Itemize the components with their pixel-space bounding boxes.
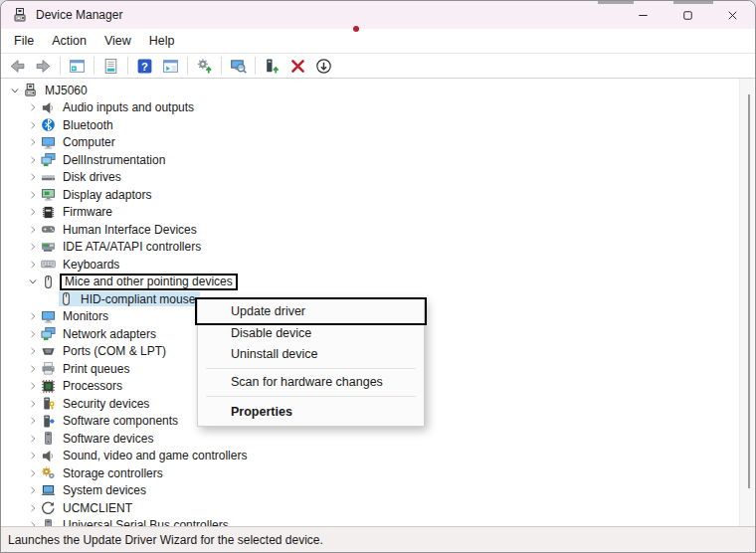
update-device-icon[interactable] — [260, 55, 284, 77]
tree-item-keyboards[interactable]: Keyboards — [2, 256, 740, 274]
menu-item-uninstall-device[interactable]: Uninstall device — [198, 344, 424, 365]
chevron-right-icon[interactable] — [25, 257, 41, 273]
device-manager-window: Device Manager File Action View Help ? — [0, 0, 756, 553]
help-icon[interactable]: ? — [132, 55, 157, 77]
tree-item-disk-drives[interactable]: Disk drives — [2, 169, 740, 187]
tree-item-label: Security devices — [61, 397, 151, 411]
menu-item-scan-hardware[interactable]: Scan for hardware changes — [198, 372, 424, 393]
tree-item-label: Human Interface Devices — [61, 223, 199, 237]
vertical-scrollbar[interactable] — [739, 79, 754, 526]
chevron-right-icon[interactable] — [25, 204, 41, 220]
chevron-right-icon[interactable] — [25, 169, 41, 185]
console-tree-icon[interactable] — [65, 55, 90, 77]
chevron-right-icon[interactable] — [25, 500, 41, 516]
background-window-remnant — [673, 1, 713, 4]
menu-file[interactable]: File — [5, 31, 43, 51]
tree-item-label: Bluetooth — [61, 118, 115, 132]
firmware-chip-icon — [41, 205, 56, 220]
scan-hardware-changes-icon[interactable] — [226, 55, 251, 77]
chevron-right-icon[interactable] — [25, 448, 41, 463]
tree-item-label: Software devices — [61, 432, 155, 446]
chevron-right-icon[interactable] — [25, 343, 41, 359]
tree-item-label: Monitors — [61, 309, 110, 323]
tree-item-system-devices[interactable]: System devices — [2, 482, 740, 500]
toolbar-separator — [60, 57, 61, 75]
tree-item-software-devices[interactable]: Software devices — [2, 430, 740, 448]
chevron-right-icon[interactable] — [25, 517, 41, 526]
chevron-right-icon[interactable] — [25, 117, 41, 133]
tree-item-display-adaptors[interactable]: Display adaptors — [2, 186, 740, 204]
tree-item-label: Software components — [61, 414, 180, 428]
chevron-right-icon[interactable] — [25, 361, 41, 377]
tree-item-label: Keyboards — [61, 258, 121, 272]
close-button[interactable] — [710, 1, 755, 29]
tree-item-label-annotated: Mice and other pointing devices — [60, 274, 238, 290]
chevron-right-icon[interactable] — [25, 308, 41, 324]
tree-item-mice[interactable]: Mice and other pointing devices — [2, 274, 740, 291]
monitor-icon — [41, 135, 56, 150]
tree-item-label: Firmware — [61, 205, 114, 219]
chevron-right-icon[interactable] — [25, 465, 41, 481]
chevron-down-icon[interactable] — [25, 274, 41, 289]
tree-item-usb-controllers[interactable]: Universal Serial Bus controllers — [2, 517, 740, 527]
dual-monitor-icon — [41, 326, 56, 341]
tree-item-ucmclient[interactable]: UCMCLIENT — [2, 499, 740, 517]
toolbar-separator — [187, 57, 188, 75]
uninstall-icon[interactable] — [285, 55, 310, 77]
tree-item-bluetooth[interactable]: Bluetooth — [2, 116, 740, 134]
action-pane-icon[interactable] — [158, 55, 183, 77]
chevron-right-icon[interactable] — [25, 187, 41, 203]
disable-icon[interactable] — [311, 55, 336, 77]
monitor-icon — [41, 309, 56, 324]
menu-separator — [206, 368, 416, 369]
minimize-button[interactable] — [621, 1, 665, 29]
menu-bar: File Action View Help — [1, 29, 755, 54]
context-menu: Update driver Disable device Uninstall d… — [197, 297, 425, 427]
back-icon[interactable] — [5, 55, 30, 77]
tree-item-firmware[interactable]: Firmware — [2, 204, 740, 222]
display-adapter-icon — [41, 187, 56, 202]
tree-item-dellinstrumentation[interactable]: DellInstrumentation — [2, 151, 740, 169]
properties-page-icon[interactable] — [98, 55, 123, 77]
computer-icon — [23, 83, 38, 97]
status-bar: Launches the Update Driver Wizard for th… — [1, 526, 755, 552]
chevron-right-icon[interactable] — [25, 134, 41, 150]
scrollbar-thumb[interactable] — [748, 94, 750, 488]
chevron-right-icon[interactable] — [25, 152, 41, 168]
menu-item-disable-device[interactable]: Disable device — [198, 323, 424, 344]
chevron-right-icon[interactable] — [25, 326, 41, 342]
forward-icon[interactable] — [31, 55, 56, 77]
chevron-right-icon[interactable] — [25, 413, 41, 429]
menu-item-update-driver[interactable]: Update driver — [198, 300, 424, 323]
chevron-right-icon[interactable] — [25, 99, 41, 115]
menu-view[interactable]: View — [95, 31, 140, 51]
tree-item-computer-root[interactable]: MJ5060 — [2, 82, 740, 99]
tree-item-label: Disk drives — [61, 170, 123, 184]
chevron-right-icon[interactable] — [25, 239, 41, 255]
menu-help[interactable]: Help — [140, 31, 184, 51]
ucm-client-icon — [41, 500, 56, 515]
chevron-right-icon[interactable] — [25, 431, 41, 447]
tree-item-computer[interactable]: Computer — [2, 134, 740, 152]
chevron-right-icon[interactable] — [25, 396, 41, 412]
bluetooth-icon — [41, 117, 56, 132]
status-text: Launches the Update Driver Wizard for th… — [8, 533, 323, 547]
tree-item-storage-controllers[interactable]: Storage controllers — [2, 464, 740, 482]
tree-item-ide-controllers[interactable]: IDE ATA/ATAPI controllers — [2, 239, 740, 257]
toolbar-separator — [127, 57, 128, 75]
chevron-down-icon[interactable] — [7, 83, 23, 98]
disk-drive-icon — [41, 170, 56, 185]
update-driver-software-icon[interactable] — [192, 55, 217, 77]
tree-item-human-interface-devices[interactable]: Human Interface Devices — [2, 221, 740, 239]
device-manager-app-icon — [12, 7, 28, 23]
chevron-right-icon[interactable] — [25, 482, 41, 498]
chevron-right-icon[interactable] — [25, 378, 41, 394]
maximize-button[interactable] — [665, 1, 710, 29]
tree-item-audio[interactable]: Audio inputs and outputs — [2, 99, 740, 117]
system-device-icon — [41, 483, 56, 498]
menu-item-properties[interactable]: Properties — [198, 400, 424, 424]
chevron-right-icon[interactable] — [25, 222, 41, 238]
chevron-spacer — [43, 291, 59, 307]
tree-item-sound-controllers[interactable]: Sound, video and game controllers — [2, 448, 740, 465]
menu-action[interactable]: Action — [43, 31, 95, 51]
